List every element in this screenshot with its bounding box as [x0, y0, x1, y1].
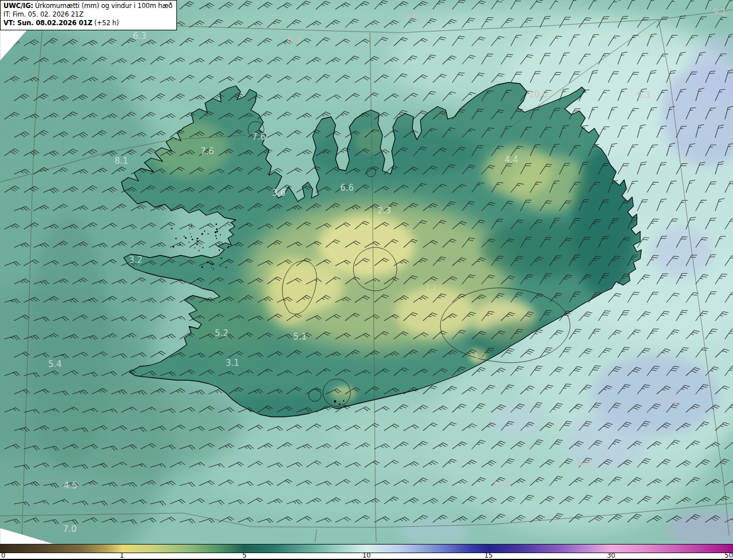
- precip-label: 11.5: [659, 396, 678, 406]
- precip-label: 6.3: [133, 31, 147, 41]
- colorbar-tick-label: 15: [480, 553, 497, 559]
- precip-label: 8.1: [115, 156, 128, 166]
- precip-label: 10.7: [492, 480, 511, 491]
- precip-label: 7.6: [200, 146, 214, 156]
- precip-label: 7.0: [63, 524, 77, 534]
- precip-label: 9.1: [713, 7, 727, 17]
- precip-label: 5.4: [48, 359, 62, 369]
- init-time: IT: Fim. 05. 02. 2026 21Z: [3, 10, 172, 19]
- precip-label: 3.6: [272, 188, 286, 198]
- valid-time: VT: Sun. 08.02.2026 01Z: [3, 19, 92, 27]
- precip-label-glacier: 1.0: [474, 352, 486, 360]
- lead-time: (+52 h): [94, 19, 119, 27]
- precip-label: 8.3: [287, 35, 301, 45]
- title-line-product: UWC/IG:Úrkomumætti (mm) og vindur i 100m…: [3, 2, 172, 10]
- precip-label: 6.9: [577, 458, 591, 468]
- map-canvas: 6.38.37.99.110.09.37.67.68.14.46.63.62.3…: [0, 0, 733, 544]
- weather-map-screenshot: 6.38.37.99.110.09.37.67.68.14.46.63.62.3…: [0, 0, 733, 560]
- product-title: Úrkomumætti (mm) og vindur i 100m hæð: [35, 2, 172, 10]
- precip-label: 2.3: [377, 206, 391, 216]
- precip-label-glacier: 1.3: [359, 266, 371, 274]
- colorbar-tick-label: 5: [236, 553, 253, 559]
- precip-label: 10.0: [529, 89, 547, 100]
- precip-label: 4.4: [505, 155, 518, 165]
- precip-label-glacier: 1.1: [425, 283, 438, 291]
- colorbar-tick-labels: 01510153050: [0, 553, 733, 560]
- colorbar-tick-label: 50: [716, 553, 733, 559]
- colorbar-tick-label: 1: [113, 553, 131, 559]
- colorbar-tick-label: 30: [602, 553, 620, 559]
- colorbar-tick-label: 10: [358, 553, 375, 559]
- precip-label: 9.3: [637, 90, 651, 100]
- precip-label: 4.5: [64, 480, 77, 491]
- precip-label: 3.1: [226, 358, 239, 368]
- precip-label: 7.6: [252, 132, 266, 142]
- precip-label: 5.2: [215, 328, 228, 338]
- precip-label: 7.9: [404, 13, 418, 23]
- precip-label: 5.1: [293, 332, 307, 342]
- precip-label: 3.2: [129, 255, 143, 265]
- valid-time-line: VT: Sun. 08.02.2026 01Z(+52 h): [3, 19, 172, 27]
- title-box: UWC/IG:Úrkomumætti (mm) og vindur i 100m…: [0, 0, 177, 30]
- precip-label: 6.6: [340, 183, 354, 193]
- colorbar-tick-label: 0: [1, 553, 5, 559]
- product-code: UWC/IG:: [3, 2, 33, 10]
